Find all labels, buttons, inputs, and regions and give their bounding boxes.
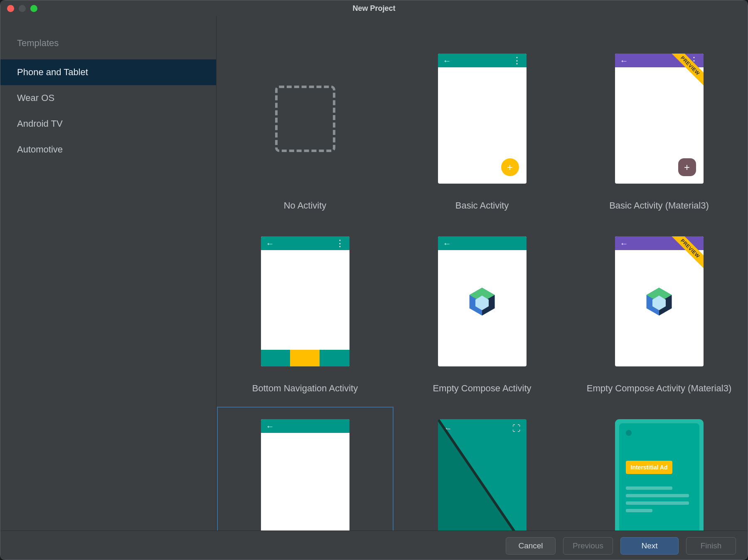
cancel-button[interactable]: Cancel <box>506 537 556 555</box>
back-arrow-icon: ← <box>443 56 451 65</box>
template-bottom-navigation[interactable]: ← ⋮ Bottom Navigation Activity <box>217 224 394 405</box>
bottom-nav-bar <box>261 350 349 366</box>
sidebar-header: Templates <box>0 33 216 59</box>
sidebar: Templates Phone and Tablet Wear OS Andro… <box>0 16 217 531</box>
ad-button-label: Interstitial Ad <box>626 461 673 474</box>
sidebar-item-automotive[interactable]: Automotive <box>0 137 216 162</box>
template-empty-compose-m3[interactable]: ← PREVIEW Empty Compose Activity (Materi… <box>571 224 748 405</box>
template-label: Basic Activity (Material3) <box>609 200 709 211</box>
overflow-menu-icon: ⋮ <box>512 56 522 65</box>
template-label: Empty Compose Activity <box>433 383 531 394</box>
template-empty-activity[interactable]: ← Empty Activity <box>217 407 394 531</box>
back-arrow-icon: ← <box>443 239 451 248</box>
template-thumbnail: ← ⋮ + <box>438 54 527 184</box>
window-title: New Project <box>0 4 748 13</box>
template-label: Basic Activity <box>455 200 509 211</box>
preview-ribbon: PREVIEW <box>668 236 704 272</box>
sidebar-item-phone-tablet[interactable]: Phone and Tablet <box>0 59 216 85</box>
template-label: Bottom Navigation Activity <box>252 383 358 394</box>
minimize-icon[interactable] <box>19 5 26 12</box>
template-no-activity[interactable]: No Activity <box>217 41 394 223</box>
template-thumbnail: ← <box>261 419 349 531</box>
empty-placeholder-icon <box>275 86 335 152</box>
next-button[interactable]: Next <box>620 537 679 555</box>
footer: Cancel Previous Next Finish <box>0 531 748 560</box>
template-admob-ads[interactable]: Interstitial Ad Google AdMob Ads Activit… <box>571 407 748 531</box>
template-thumbnail <box>261 54 349 184</box>
appbar: ← ⋮ <box>261 236 349 250</box>
sidebar-item-label: Wear OS <box>17 93 54 103</box>
template-label: Empty Compose Activity (Material3) <box>587 383 731 394</box>
overflow-menu-icon: ⋮ <box>335 239 344 248</box>
template-grid: No Activity ← ⋮ + Basic Activity ← <box>217 16 748 531</box>
template-fullscreen-activity[interactable]: ← ⛶ Fullscreen Activity <box>394 407 571 531</box>
diagonal-divider <box>438 419 527 531</box>
compose-logo-icon <box>465 285 499 318</box>
template-thumbnail: ← <box>438 236 527 366</box>
appbar: ← <box>438 236 527 250</box>
fab-icon: + <box>678 158 696 176</box>
back-arrow-icon: ← <box>620 239 628 248</box>
window-controls <box>0 5 37 12</box>
finish-button[interactable]: Finish <box>686 537 736 555</box>
previous-button[interactable]: Previous <box>563 537 613 555</box>
back-arrow-icon: ← <box>266 239 274 248</box>
titlebar: New Project <box>0 0 748 16</box>
appbar: ← ⋮ <box>438 54 527 67</box>
sidebar-item-label: Automotive <box>17 144 63 155</box>
template-label: No Activity <box>284 200 327 211</box>
preview-ribbon: PREVIEW <box>668 54 704 89</box>
template-basic-activity-m3[interactable]: ← ⋮ PREVIEW + Basic Activity (Material3) <box>571 41 748 223</box>
sidebar-item-label: Android TV <box>17 118 63 129</box>
template-thumbnail: Interstitial Ad <box>615 419 704 531</box>
sidebar-item-label: Phone and Tablet <box>17 67 88 77</box>
template-basic-activity[interactable]: ← ⋮ + Basic Activity <box>394 41 571 223</box>
back-arrow-icon: ← <box>266 422 274 430</box>
template-thumbnail: ← ⋮ <box>261 236 349 366</box>
compose-logo-icon <box>642 285 676 318</box>
sidebar-item-wear-os[interactable]: Wear OS <box>0 85 216 111</box>
sidebar-item-android-tv[interactable]: Android TV <box>0 111 216 137</box>
template-thumbnail: ← PREVIEW <box>615 236 704 366</box>
svg-marker-8 <box>438 419 527 531</box>
maximize-icon[interactable] <box>30 5 37 12</box>
status-dot-icon <box>626 430 632 436</box>
fab-icon: + <box>501 158 519 176</box>
template-empty-compose[interactable]: ← Empty Compose Activity <box>394 224 571 405</box>
template-thumbnail: ← ⛶ <box>438 419 527 531</box>
back-arrow-icon: ← <box>620 56 628 65</box>
appbar: ← <box>261 419 349 433</box>
template-thumbnail: ← ⋮ PREVIEW + <box>615 54 704 184</box>
close-icon[interactable] <box>7 5 14 12</box>
